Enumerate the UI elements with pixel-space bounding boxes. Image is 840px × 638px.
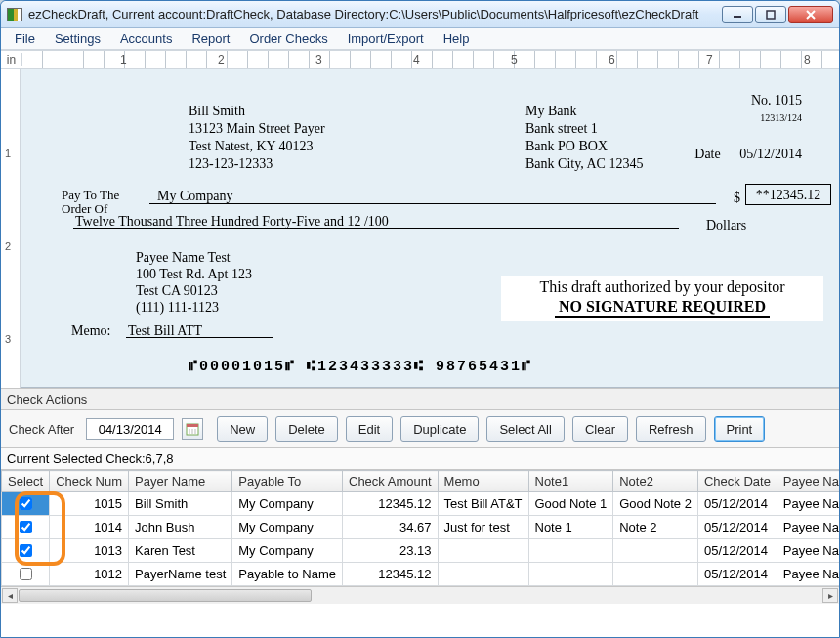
check-no: 1015 [775, 93, 802, 107]
cell-date: 05/12/2014 [697, 539, 777, 563]
app-icon [7, 8, 22, 21]
print-button[interactable]: Print [714, 416, 766, 442]
table-row[interactable]: 1012PayerName testPayable to Name12345.1… [2, 563, 840, 586]
svg-rect-1 [767, 11, 775, 19]
col-memo[interactable]: Memo [438, 471, 528, 492]
menu-accounts[interactable]: Accounts [110, 29, 182, 48]
payer-addr1: 13123 Main Street Payer [189, 120, 325, 138]
cell-amount: 12345.12 [343, 563, 439, 586]
cell-checknum: 1014 [50, 516, 129, 539]
cell-date: 05/12/2014 [697, 492, 777, 516]
col-checkdate[interactable]: Check Date [697, 471, 777, 492]
select-cell[interactable] [2, 492, 50, 516]
cell-memo [438, 563, 528, 586]
menu-order-checks[interactable]: Order Checks [239, 29, 337, 48]
cell-checknum: 1015 [50, 492, 129, 516]
select-all-button[interactable]: Select All [486, 416, 564, 442]
payer-block: Bill Smith 13123 Main Street Payer Test … [189, 103, 325, 173]
cell-payable: My Company [232, 539, 343, 563]
menu-file[interactable]: File [5, 29, 45, 48]
cell-note1 [528, 539, 613, 563]
col-amount[interactable]: Check Amount [343, 471, 439, 492]
col-checknum[interactable]: Check Num [50, 471, 129, 492]
bank-addr3: Bank City, AC 12345 [525, 155, 643, 173]
close-button[interactable] [788, 6, 833, 23]
table-row[interactable]: 1014John BushMy Company34.67Just for tes… [2, 516, 840, 539]
row-checkbox[interactable] [20, 521, 32, 533]
duplicate-button[interactable]: Duplicate [400, 416, 479, 442]
maximize-button[interactable] [755, 6, 786, 23]
col-payeename[interactable]: Payee Name [777, 471, 839, 492]
select-cell[interactable] [2, 516, 50, 539]
menu-import-export[interactable]: Import/Export [338, 29, 434, 48]
payee-block: Payee Name Test 100 Test Rd. Apt 123 Tes… [136, 249, 252, 316]
row-checkbox[interactable] [20, 544, 32, 557]
routing-small: 12313/124 [751, 112, 802, 123]
col-note1[interactable]: Note1 [528, 471, 613, 492]
table-row[interactable]: 1013Karen TestMy Company23.1305/12/2014P… [2, 539, 840, 563]
cell-checknum: 1012 [50, 563, 129, 586]
clear-button[interactable]: Clear [572, 416, 628, 442]
bank-name: My Bank [525, 103, 643, 120]
new-button[interactable]: New [217, 416, 268, 442]
check-grid-wrap: Select Check Num Payer Name Payable To C… [1, 470, 839, 586]
ruler-scale: 1 2 3 4 5 6 7 8 [22, 51, 839, 68]
scroll-right-arrow[interactable]: ▸ [822, 588, 838, 603]
menubar: File Settings Accounts Report Order Chec… [1, 28, 839, 50]
col-note2[interactable]: Note2 [613, 471, 698, 492]
scroll-thumb[interactable] [19, 589, 312, 602]
col-select[interactable]: Select [2, 471, 50, 492]
row-checkbox[interactable] [20, 497, 32, 510]
delete-button[interactable]: Delete [275, 416, 338, 442]
window-title: ezCheckDraft, Current account:DraftCheck… [28, 7, 720, 21]
memo-label: Memo: [71, 323, 110, 339]
col-payername[interactable]: Payer Name [129, 471, 232, 492]
payee-phone: (111) 111-1123 [136, 299, 252, 316]
payer-addr2: Test Natest, KY 40123 [189, 138, 325, 155]
scroll-left-arrow[interactable]: ◂ [2, 588, 18, 603]
check-after-input[interactable] [86, 418, 174, 440]
dollar-sign: $ [734, 191, 740, 206]
payto-label: Pay To The Order Of [62, 189, 119, 216]
table-row[interactable]: 1015Bill SmithMy Company12345.12Test Bil… [2, 492, 840, 516]
date-picker-button[interactable] [182, 418, 203, 440]
auth-line1: This draft authorized by your depositor [501, 278, 823, 296]
check-no-label: No. [751, 93, 772, 107]
cell-note1 [528, 563, 613, 586]
payee-name: Payee Name Test [136, 249, 252, 266]
horizontal-scrollbar[interactable]: ◂ ▸ [1, 586, 839, 604]
titlebar: ezCheckDraft, Current account:DraftCheck… [1, 1, 839, 28]
cell-amount: 23.13 [343, 539, 439, 563]
cell-payee: Payee Name [777, 539, 839, 563]
menu-settings[interactable]: Settings [45, 29, 110, 48]
dollars-label: Dollars [706, 218, 746, 234]
auth-line2: NO SIGNATURE REQUIRED [555, 298, 770, 318]
menu-report[interactable]: Report [182, 29, 239, 48]
minimize-button[interactable] [722, 6, 753, 23]
cell-date: 05/12/2014 [697, 563, 777, 586]
cell-payer: PayerName test [129, 563, 232, 586]
cell-payer: Bill Smith [129, 492, 232, 516]
authorization-box: This draft authorized by your depositor … [501, 276, 823, 321]
payer-phone: 123-123-12333 [189, 155, 325, 173]
cell-note2 [613, 563, 698, 586]
check-grid: Select Check Num Payer Name Payable To C… [1, 470, 839, 586]
col-payableto[interactable]: Payable To [232, 471, 343, 492]
close-icon [805, 10, 817, 20]
check-actions-label: Check Actions [1, 388, 839, 410]
cell-payee: Payee Name T [777, 492, 839, 516]
payer-name: Bill Smith [189, 103, 325, 120]
row-checkbox[interactable] [20, 568, 32, 580]
cell-payer: John Bush [129, 516, 232, 539]
edit-button[interactable]: Edit [346, 416, 393, 442]
ruler-unit: in [1, 53, 22, 66]
cell-payable: My Company [232, 516, 343, 539]
maximize-icon [766, 10, 776, 20]
ruler-horizontal: in 1 2 3 4 5 6 7 8 [1, 50, 839, 69]
select-cell[interactable] [2, 563, 50, 586]
select-cell[interactable] [2, 539, 50, 563]
date-block: Date 05/12/2014 [694, 147, 802, 162]
check-after-label: Check After [9, 422, 74, 437]
refresh-button[interactable]: Refresh [636, 416, 706, 442]
menu-help[interactable]: Help [434, 29, 480, 48]
